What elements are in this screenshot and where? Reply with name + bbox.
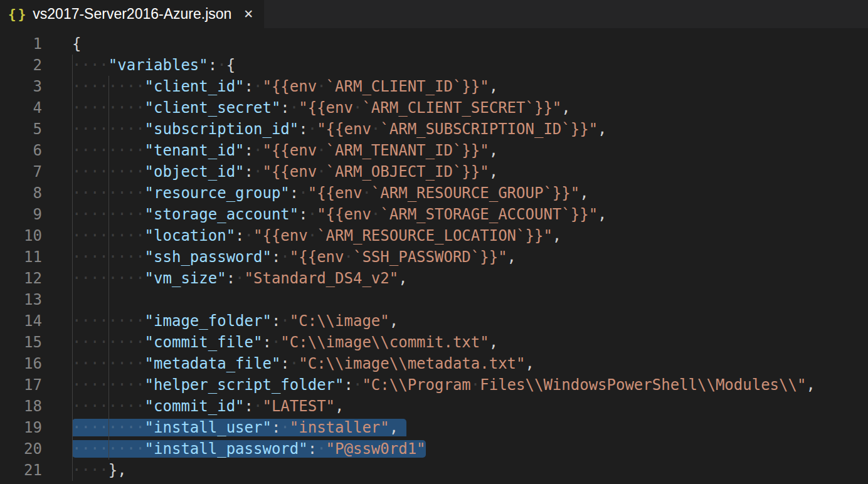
json-key: "variables" (109, 56, 208, 74)
whitespace-dots: · (308, 227, 317, 245)
line-number[interactable]: 10 (0, 225, 42, 246)
code-line[interactable]: 18········"commit_id":·"LATEST", (0, 396, 868, 417)
whitespace-dots: ········ (72, 78, 145, 95)
punctuation: : (280, 355, 289, 372)
code-line[interactable]: 14········"image_folder":·"C:\\image", (0, 310, 868, 332)
whitespace-dots: · (235, 270, 244, 287)
line-number[interactable]: 9 (0, 204, 42, 225)
code-line-content: ········"install_user":·"installer", (72, 417, 406, 438)
whitespace-dots: ···· (72, 461, 109, 479)
whitespace-dots: · (317, 163, 326, 181)
code-line-content: ········"vm_size":·"Standard_DS4_v2", (72, 268, 408, 289)
json-string-value: `ARM_STORAGE_ACCOUNT`}}" (380, 206, 598, 223)
code-line[interactable]: 12········"vm_size":·"Standard_DS4_v2", (0, 268, 868, 289)
whitespace-dots: · (471, 376, 480, 394)
line-number[interactable]: 7 (0, 161, 42, 182)
line-number[interactable]: 17 (0, 374, 42, 396)
whitespace-dots: ········ (72, 142, 145, 159)
json-string-value: `ARM_OBJECT_ID`}}" (326, 163, 489, 181)
line-number[interactable]: 18 (0, 396, 42, 417)
json-key: "commit_id" (145, 397, 245, 415)
line-number[interactable]: 21 (0, 460, 42, 481)
whitespace-dots: · (253, 163, 262, 181)
line-number[interactable]: 19 (0, 417, 42, 438)
json-string-value: `SSH_PASSWORD`}}" (353, 248, 507, 266)
json-string-value: "LATEST" (262, 397, 335, 415)
tab-close-icon[interactable]: ✕ (241, 7, 255, 21)
whitespace-dots: ········ (72, 99, 145, 117)
punctuation: , (598, 120, 606, 138)
line-number[interactable]: 6 (0, 140, 42, 161)
code-line[interactable]: 11········"ssh_password":·"{{env·`SSH_PA… (0, 246, 868, 268)
code-line-content: ········"client_id":·"{{env·`ARM_CLIENT_… (72, 76, 498, 97)
json-string-value: "{{env (290, 248, 344, 266)
json-key: "client_id" (145, 78, 245, 95)
punctuation: : (262, 334, 271, 351)
json-key: "commit_file" (145, 334, 263, 351)
code-line-content: ········"object_id":·"{{env·`ARM_OBJECT_… (72, 161, 498, 182)
whitespace-dots: · (362, 184, 371, 202)
code-line[interactable]: 5········"subscription_id":·"{{env·`ARM_… (0, 118, 868, 140)
line-number[interactable]: 2 (0, 55, 42, 76)
whitespace-dots: · (317, 142, 326, 159)
whitespace-dots: · (353, 99, 362, 117)
punctuation: , (335, 397, 344, 415)
line-number[interactable]: 11 (0, 246, 42, 268)
code-line[interactable]: 8········"resource_group":·"{{env·`ARM_R… (0, 182, 868, 204)
line-number[interactable]: 4 (0, 97, 42, 118)
code-line[interactable]: 13 (0, 289, 868, 310)
code-line[interactable]: 20········"install_password":·"P@ssw0rd1… (0, 438, 868, 460)
whitespace-dots: · (290, 99, 299, 117)
whitespace-dots: · (272, 334, 280, 351)
code-line[interactable]: 15········"commit_file":·"C:\\image\\com… (0, 332, 868, 353)
code-line[interactable]: 17········"helper_script_folder":·"C:\\P… (0, 374, 868, 396)
code-line[interactable]: 10········"location":·"{{env·`ARM_RESOUR… (0, 225, 868, 246)
code-line[interactable]: 3········"client_id":·"{{env·`ARM_CLIENT… (0, 76, 868, 97)
whitespace-dots: · (317, 78, 326, 95)
json-string-value: "installer" (290, 419, 389, 436)
code-line[interactable]: 6········"tenant_id":·"{{env·`ARM_TENANT… (0, 140, 868, 161)
whitespace-dots: · (280, 312, 289, 330)
json-string-value: "{{env (253, 227, 308, 245)
punctuation: : (272, 312, 280, 330)
line-number[interactable]: 8 (0, 182, 42, 204)
tab-vs2017-server2016-azure-json[interactable]: {} vs2017-Server2016-Azure.json ✕ (0, 0, 265, 28)
whitespace-dots: · (371, 206, 380, 223)
code-editor[interactable]: 1{2····"variables":·{3········"client_id… (0, 28, 868, 484)
code-line-content: ········"commit_id":·"LATEST", (72, 396, 344, 417)
code-line[interactable]: 7········"object_id":·"{{env·`ARM_OBJECT… (0, 161, 868, 182)
whitespace-dots: ········ (72, 397, 145, 415)
line-number[interactable]: 20 (0, 438, 42, 460)
json-key: "image_folder" (145, 312, 272, 330)
json-string-value: "{{env (308, 184, 363, 202)
code-line[interactable]: 9········"storage_account":·"{{env·`ARM_… (0, 204, 868, 225)
code-line[interactable]: 2····"variables":·{ (0, 55, 868, 76)
punctuation: , (398, 270, 407, 287)
punctuation: : (280, 99, 289, 117)
json-string-value: `ARM_TENANT_ID`}}" (326, 142, 489, 159)
line-number[interactable]: 12 (0, 268, 42, 289)
line-number[interactable]: 3 (0, 76, 42, 97)
punctuation: : (208, 56, 217, 74)
code-line[interactable]: 19········"install_user":·"installer", (0, 417, 868, 438)
line-number[interactable]: 13 (0, 289, 42, 310)
json-string-value: "{{env (262, 163, 317, 181)
code-line[interactable]: 21····}, (0, 460, 868, 481)
line-number[interactable]: 1 (0, 33, 42, 55)
line-number[interactable]: 16 (0, 353, 42, 374)
code-line[interactable]: 1{ (0, 33, 868, 55)
punctuation: }, (109, 461, 127, 479)
line-number[interactable]: 5 (0, 118, 42, 140)
punctuation: , (525, 355, 534, 372)
whitespace-dots: ········ (72, 120, 145, 138)
punctuation: { (72, 35, 81, 53)
json-key: "subscription_id" (145, 120, 299, 138)
json-string-value: "C:\\Program (362, 376, 470, 394)
code-line[interactable]: 16········"metadata_file":·"C:\\image\\m… (0, 353, 868, 374)
whitespace-dots: ········ (72, 355, 145, 372)
line-number[interactable]: 15 (0, 332, 42, 353)
line-number[interactable]: 14 (0, 310, 42, 332)
code-line[interactable]: 4········"client_secret":·"{{env·`ARM_CL… (0, 97, 868, 118)
json-key: "install_user" (145, 419, 272, 436)
code-line-content: ········"tenant_id":·"{{env·`ARM_TENANT_… (72, 140, 498, 161)
